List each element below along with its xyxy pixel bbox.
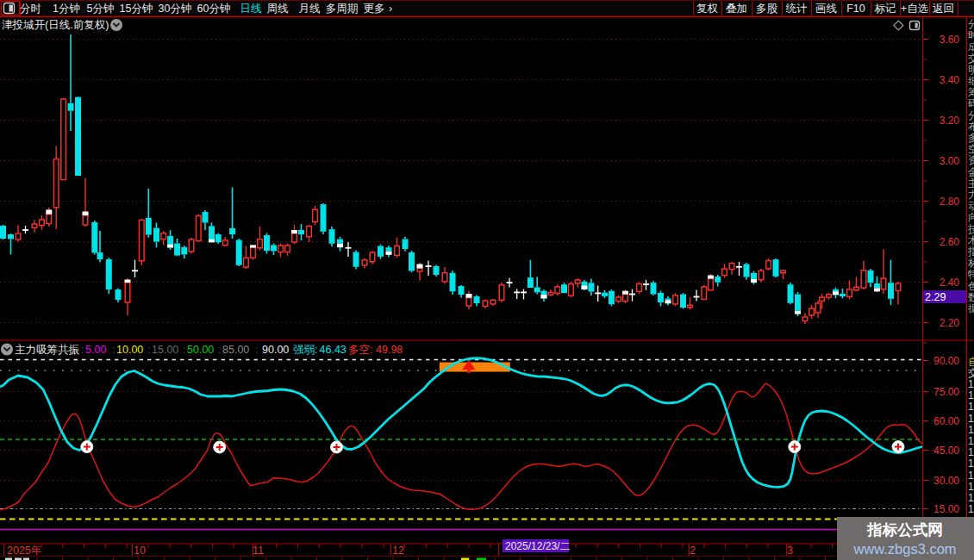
- svg-text:90.00: 90.00: [262, 344, 289, 356]
- svg-text:自: 自: [968, 356, 974, 368]
- svg-text:2.60: 2.60: [940, 236, 960, 248]
- svg-text:多空:: 多空:: [348, 344, 372, 356]
- svg-text:津投城开(日线.前复权): 津投城开(日线.前复权): [2, 19, 109, 31]
- svg-text:75.00: 75.00: [933, 386, 959, 398]
- svg-text:45.00: 45.00: [933, 445, 959, 457]
- svg-text:金: 金: [967, 166, 974, 178]
- svg-text:2025/12/23/二: 2025/12/23/二: [505, 540, 570, 552]
- svg-text:3: 3: [787, 544, 793, 557]
- svg-text:10: 10: [134, 544, 146, 557]
- svg-text:15.00: 15.00: [933, 503, 959, 515]
- svg-text:时: 时: [968, 29, 974, 41]
- svg-text:49.98: 49.98: [376, 344, 403, 356]
- svg-text::: :: [255, 344, 258, 356]
- svg-text:www.zbgs3.com: www.zbgs3.com: [852, 541, 956, 557]
- svg-text:1: 1: [968, 492, 974, 504]
- svg-text:2.80: 2.80: [940, 196, 960, 208]
- svg-text:动: 动: [968, 200, 974, 212]
- svg-text:返回: 返回: [933, 3, 954, 15]
- svg-text:12: 12: [392, 544, 404, 557]
- svg-text:标: 标: [968, 257, 974, 269]
- svg-text:分: 分: [968, 109, 974, 121]
- svg-text:据: 据: [968, 302, 974, 314]
- svg-text:60.00: 60.00: [933, 415, 959, 427]
- svg-text:1: 1: [968, 435, 974, 447]
- svg-text:筹: 筹: [968, 86, 974, 98]
- svg-text:3.20: 3.20: [940, 115, 960, 127]
- svg-text:月线: 月线: [299, 3, 321, 15]
- svg-text:46.43: 46.43: [320, 344, 347, 356]
- svg-text:特: 特: [967, 268, 974, 280]
- svg-text:多周期: 多周期: [326, 3, 359, 15]
- svg-text::: :: [218, 344, 221, 356]
- svg-text:2.20: 2.20: [940, 317, 960, 329]
- svg-text:更多: 更多: [364, 3, 385, 15]
- svg-text:2025年: 2025年: [7, 544, 41, 557]
- svg-text:标记: 标记: [875, 3, 896, 15]
- svg-text::: :: [183, 344, 185, 356]
- svg-text:3.60: 3.60: [940, 34, 960, 46]
- svg-text:统计: 统计: [786, 3, 809, 15]
- svg-text:30分钟: 30分钟: [159, 3, 192, 15]
- svg-text:1: 1: [968, 378, 974, 390]
- svg-text:›: ›: [389, 3, 392, 15]
- svg-text:11: 11: [253, 544, 264, 557]
- svg-text:15.00: 15.00: [152, 344, 178, 356]
- svg-text:60分钟: 60分钟: [197, 3, 231, 15]
- svg-text::: :: [147, 344, 150, 356]
- svg-text:资: 资: [968, 154, 974, 166]
- svg-text:指标公式网: 指标公式网: [866, 521, 943, 538]
- svg-text:5.00: 5.00: [85, 344, 106, 356]
- svg-text:多: 多: [968, 132, 974, 144]
- svg-text:复权: 复权: [696, 3, 719, 15]
- svg-text:空: 空: [968, 143, 974, 155]
- svg-text:1: 1: [968, 470, 974, 482]
- svg-text:强弱:: 强弱:: [293, 344, 317, 356]
- svg-text:力: 力: [968, 189, 974, 201]
- svg-text::: :: [81, 344, 84, 356]
- svg-text:布: 布: [968, 121, 974, 133]
- svg-text:1: 1: [968, 481, 974, 493]
- svg-text:周线: 周线: [267, 3, 289, 15]
- svg-text:10.00: 10.00: [116, 344, 143, 356]
- svg-text:交: 交: [968, 367, 974, 379]
- svg-text:5分钟: 5分钟: [87, 3, 115, 15]
- svg-text:技: 技: [967, 223, 974, 235]
- svg-text:1分钟: 1分钟: [53, 3, 80, 15]
- svg-text:3.00: 3.00: [940, 155, 960, 167]
- svg-text:1: 1: [968, 413, 974, 425]
- svg-text:分: 分: [968, 18, 974, 30]
- svg-text:叠加: 叠加: [726, 3, 747, 15]
- svg-text:1: 1: [968, 503, 974, 515]
- svg-text:3.40: 3.40: [940, 74, 960, 86]
- svg-text:色: 色: [967, 280, 974, 292]
- svg-text:2.29: 2.29: [925, 291, 946, 303]
- svg-text:F10: F10: [846, 3, 865, 15]
- svg-text:分时: 分时: [20, 3, 41, 15]
- svg-text:90.00: 90.00: [933, 355, 959, 367]
- svg-text::: :: [112, 344, 115, 356]
- svg-text:码: 码: [968, 97, 974, 109]
- svg-text:1: 1: [968, 457, 974, 470]
- svg-text:数: 数: [968, 291, 974, 303]
- svg-text:指: 指: [967, 246, 974, 258]
- svg-text:+自选: +自选: [901, 3, 928, 15]
- svg-text:多股: 多股: [756, 3, 778, 15]
- svg-text:30.00: 30.00: [933, 475, 959, 487]
- svg-text:85.00: 85.00: [222, 344, 249, 356]
- svg-text:明: 明: [968, 64, 974, 76]
- svg-text:1: 1: [968, 446, 974, 458]
- svg-text:1: 1: [968, 401, 974, 413]
- svg-text:画线: 画线: [815, 3, 837, 15]
- svg-text:50.00: 50.00: [187, 344, 214, 356]
- svg-text:2: 2: [690, 544, 696, 557]
- svg-text:成: 成: [968, 40, 974, 53]
- svg-text:15分钟: 15分钟: [120, 3, 153, 15]
- svg-text:主: 主: [968, 177, 974, 190]
- svg-text:主力吸筹共振: 主力吸筹共振: [15, 344, 80, 356]
- svg-text:术: 术: [967, 234, 974, 246]
- svg-text:2.40: 2.40: [940, 277, 960, 289]
- svg-text:交: 交: [968, 53, 974, 65]
- svg-text:1: 1: [968, 389, 974, 401]
- svg-text:向: 向: [968, 211, 974, 223]
